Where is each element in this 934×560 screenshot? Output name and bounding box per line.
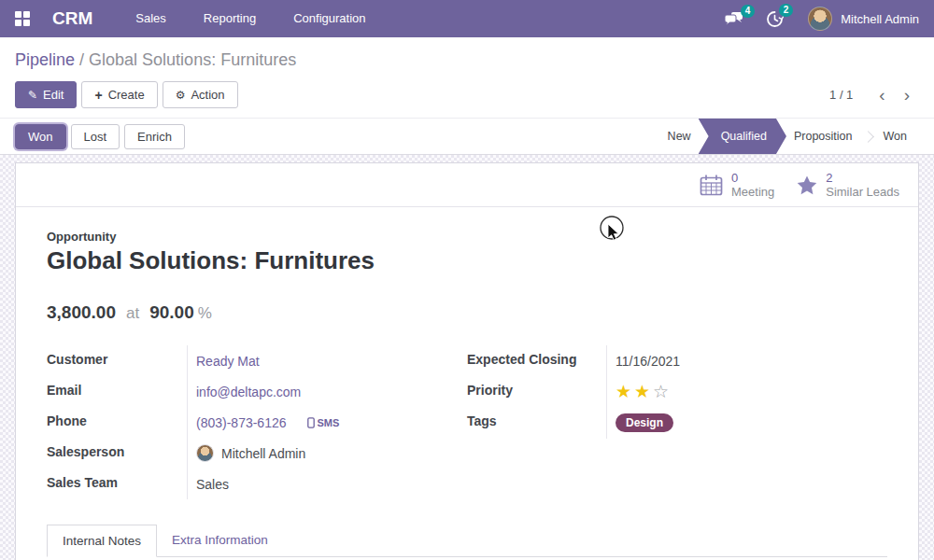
customer-label: Customer [47, 345, 188, 376]
stage-new[interactable]: New [656, 130, 703, 143]
record-type-label: Opportunity [47, 230, 887, 244]
gear-icon: ⚙ [176, 89, 186, 102]
email-link[interactable]: info@deltapc.com [196, 385, 301, 399]
edit-button[interactable]: ✎ Edit [15, 81, 77, 108]
expected-revenue-row: 3,800.00at90.00% [47, 302, 887, 323]
sales-team-value-cell: Sales [188, 469, 467, 499]
sms-button-label: SMS [318, 417, 340, 428]
phone-value-cell: (803)-873-6126 SMS [188, 407, 467, 438]
meeting-label: Meeting [731, 185, 774, 199]
priority-label: Priority [467, 376, 607, 407]
expected-closing-value-cell: 11/16/2021 [607, 345, 887, 376]
activities-badge: 2 [779, 4, 794, 17]
priority-stars[interactable]: ★★☆ [616, 383, 672, 400]
similar-leads-label: Similar Leads [826, 185, 899, 199]
opportunity-card: 0 Meeting 2 Similar Leads Opportunity Gl… [15, 162, 919, 560]
tags-label: Tags [467, 407, 607, 439]
stage-won[interactable]: Won [871, 130, 919, 143]
tab-extra-information[interactable]: Extra Information [157, 525, 283, 556]
notebook-tabs: Internal Notes Extra Information [47, 525, 887, 557]
star-filled-icon[interactable]: ★ [616, 382, 634, 401]
navbar-right: 4 2 Mitchell Admin [703, 7, 919, 31]
statusbar: Won Lost Enrich New Qualified Propositio… [0, 118, 934, 155]
expected-revenue-value: 3,800.00 [47, 302, 116, 322]
breadcrumb-current: Global Solutions: Furnitures [89, 50, 296, 69]
phone-label: Phone [47, 407, 188, 438]
edit-button-label: Edit [43, 88, 64, 102]
user-avatar[interactable] [808, 7, 832, 31]
similar-leads-stat-texts: 2 Similar Leads [826, 171, 899, 199]
probability-value: 90.00 [149, 302, 194, 322]
percent-sign: % [198, 304, 212, 322]
stage-pipeline: New Qualified Proposition Won [656, 119, 919, 154]
similar-leads-count: 2 [826, 171, 899, 185]
sms-button[interactable]: SMS [307, 417, 340, 428]
nav-menu-configuration[interactable]: Configuration [275, 0, 384, 37]
breadcrumb-pipeline-link[interactable]: Pipeline [15, 50, 75, 69]
pager: 1 / 1 ‹ › [829, 86, 919, 104]
apps-menu-icon[interactable] [15, 11, 30, 26]
meeting-stat-button[interactable]: 0 Meeting [688, 167, 785, 203]
field-group-right: Expected Closing 11/16/2021 Priority ★★☆… [467, 345, 887, 499]
activities-button[interactable]: 2 [766, 10, 784, 28]
phone-link[interactable]: (803)-873-6126 [196, 415, 287, 430]
star-icon [797, 175, 817, 195]
expected-closing-value[interactable]: 11/16/2021 [616, 354, 680, 369]
messages-badge: 4 [741, 5, 756, 18]
user-name[interactable]: Mitchell Admin [841, 12, 919, 26]
enrich-button[interactable]: Enrich [124, 124, 185, 149]
salesperson-avatar [196, 444, 214, 462]
expected-closing-label: Expected Closing [467, 345, 607, 376]
opportunity-title: Global Solutions: Furnitures [47, 246, 887, 275]
pager-previous-icon[interactable]: ‹ [870, 86, 894, 104]
tags-value-cell: Design [607, 407, 887, 439]
pager-next-icon[interactable]: › [895, 86, 919, 104]
sales-team-value[interactable]: Sales [196, 477, 229, 492]
create-button-label: Create [108, 88, 145, 102]
customer-value-cell: Ready Mat [188, 345, 467, 376]
similar-leads-stat-button[interactable]: 2 Similar Leads [785, 167, 911, 203]
nav-menu-reporting[interactable]: Reporting [185, 0, 275, 37]
lost-button[interactable]: Lost [71, 124, 120, 149]
star-filled-icon[interactable]: ★ [634, 382, 653, 401]
customer-link[interactable]: Ready Mat [196, 354, 260, 369]
sales-team-label: Sales Team [47, 469, 188, 499]
toolbar: ✎ Edit + Create ⚙ Action 1 / 1 ‹ › [15, 81, 919, 118]
field-group-left: Customer Ready Mat Email info@deltapc.co… [47, 345, 467, 499]
breadcrumb-separator: / [75, 50, 89, 69]
star-empty-icon[interactable]: ☆ [653, 382, 672, 401]
salesperson-value[interactable]: Mitchell Admin [221, 446, 305, 461]
meeting-count: 0 [731, 171, 774, 185]
messages-button[interactable]: 4 [724, 11, 745, 27]
action-button[interactable]: ⚙ Action [163, 81, 238, 108]
nav-menu-sales[interactable]: Sales [117, 0, 185, 37]
breadcrumb: Pipeline / Global Solutions: Furnitures [15, 50, 919, 70]
plus-icon: + [94, 88, 102, 103]
tag-design[interactable]: Design [616, 413, 673, 432]
form-view-background: 0 Meeting 2 Similar Leads Opportunity Gl… [0, 155, 934, 560]
meeting-stat-texts: 0 Meeting [731, 171, 774, 199]
stage-qualified[interactable]: Qualified [699, 119, 786, 154]
app-brand[interactable]: CRM [52, 8, 92, 29]
calendar-icon [700, 175, 723, 196]
tab-internal-notes[interactable]: Internal Notes [47, 525, 157, 557]
stat-button-strip: 0 Meeting 2 Similar Leads [16, 163, 918, 207]
email-label: Email [47, 376, 188, 407]
action-button-label: Action [191, 88, 224, 102]
mobile-phone-icon [307, 417, 315, 428]
field-groups: Customer Ready Mat Email info@deltapc.co… [47, 345, 887, 499]
at-label: at [126, 304, 139, 322]
opportunity-sheet: Opportunity Global Solutions: Furnitures… [16, 207, 918, 557]
salesperson-value-cell: Mitchell Admin [188, 438, 467, 469]
won-button[interactable]: Won [15, 124, 66, 149]
pager-count: 1 / 1 [829, 88, 853, 102]
pencil-icon: ✎ [28, 89, 37, 102]
create-button[interactable]: + Create [81, 81, 157, 108]
priority-value-cell: ★★☆ [607, 376, 887, 407]
email-value-cell: info@deltapc.com [188, 376, 467, 407]
stage-proposition[interactable]: Proposition [782, 130, 865, 143]
top-navbar: CRM Sales Reporting Configuration 4 2 Mi… [0, 0, 934, 37]
control-panel: Pipeline / Global Solutions: Furnitures … [0, 37, 934, 118]
salesperson-label: Salesperson [47, 438, 188, 469]
